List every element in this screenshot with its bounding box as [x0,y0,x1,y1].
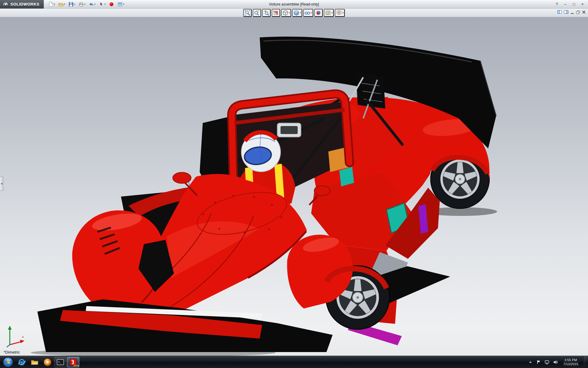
document-window-controls [557,10,586,14]
minimize-button[interactable]: – [561,1,570,7]
system-tray: 3:55 PM 7/13/2015 [528,356,588,368]
dropdown-caret-icon: ▾ [74,3,75,6]
print-icon [78,2,84,7]
appearance-sphere-icon [315,10,322,16]
windows-start-icon [2,357,13,368]
collapse-arrow-icon: ◀ [1,182,2,185]
clock-time: 3:55 PM [563,358,578,362]
action-center-button[interactable] [536,359,541,365]
show-desktop-button[interactable] [583,356,587,368]
taskbar-solidworks-2015[interactable]: 2015 [67,357,79,367]
network-status-button[interactable] [544,359,550,365]
taskbar-command-prompt[interactable]: >_ [54,357,66,367]
orientation-triad: x [4,324,27,348]
window-title: Voiture assemblee [Read-only] [269,2,319,6]
dropdown-caret-icon: ▾ [64,3,65,6]
taskbar-internet-explorer[interactable]: e [16,357,28,367]
design-table-icon [117,2,123,7]
save-icon [68,2,74,7]
section-view-button[interactable] [272,9,280,17]
svg-text:e: e [21,360,23,364]
svg-text:>_: >_ [58,361,61,364]
dropdown-caret-icon: ▾ [54,3,55,6]
dropdown-caret-icon: ▾ [289,12,290,14]
pane-right-icon [564,10,569,14]
command-prompt-icon: >_ [56,358,65,366]
print-button[interactable]: ▾ [77,1,87,8]
previous-view-icon [263,10,270,16]
dropdown-caret-icon: ▾ [123,3,124,6]
apply-scene-icon [325,10,331,16]
graphics-viewport[interactable]: x *Dimetric ◀ [0,17,588,356]
select-button[interactable]: ▾ [97,1,107,8]
edit-appearance-button[interactable] [314,9,323,17]
dropdown-caret-icon: ▾ [84,3,85,6]
panel-collapse-tab[interactable]: ◀ [0,177,3,191]
zoom-to-fit-button[interactable] [243,9,252,17]
save-button[interactable]: ▾ [67,1,77,8]
network-icon [545,360,549,365]
pane-left-icon [557,10,562,14]
undo-icon [89,2,94,7]
driver-helmet[interactable] [241,132,281,172]
folder-icon [30,358,39,366]
chevron-up-icon [528,360,533,364]
taskbar-clock[interactable]: 3:55 PM 7/13/2015 [561,358,581,366]
dassault-swirl-icon [2,1,9,7]
brand-text: SOLIDWORKS [10,2,40,6]
dropdown-caret-icon: ▾ [94,3,96,6]
help-button[interactable]: ? [552,1,561,7]
view-orientation-cube-icon [282,10,288,16]
zoom-to-fit-icon [244,10,251,16]
main-toolbar: ▾ ▾ ▾ ▾ ▾ ▾ ▾ [47,1,126,8]
previous-view-button[interactable] [262,9,271,17]
undo-button[interactable]: ▾ [87,1,97,8]
doc-minimize-button[interactable] [570,10,575,14]
clock-date: 7/13/2015 [563,362,578,366]
edit-color-button[interactable] [107,1,115,8]
volume-button[interactable] [552,359,558,365]
view-toolbar-strip: ▾ ▾ ▾ ▾ ▾ [0,9,588,17]
apply-scene-button[interactable]: ▾ [324,9,334,17]
dropdown-caret-icon: ▾ [104,3,106,6]
taskbar-media-player[interactable] [41,357,54,367]
doc-restore-icon [576,10,580,14]
internet-explorer-icon: e [17,358,26,366]
open-folder-icon [58,2,64,7]
design-table-button[interactable]: ▾ [116,1,126,8]
display-style-cube-icon [293,10,300,16]
zoom-to-area-button[interactable] [253,9,261,17]
triad-x-label: x [22,335,24,339]
view-orientation-button[interactable]: ▾ [281,9,291,17]
pane-left-button[interactable] [557,10,562,14]
view-settings-icon [336,10,342,16]
doc-close-icon [582,10,586,14]
hide-show-items-button[interactable]: ▾ [303,9,313,17]
hidden-icons-button[interactable] [528,359,533,365]
eyeglasses-icon [304,10,311,16]
doc-restore-button[interactable] [576,10,580,14]
open-button[interactable]: ▾ [57,1,66,8]
taskbar-windows-explorer[interactable] [28,357,41,367]
close-button[interactable]: × [578,1,587,7]
center-mirror[interactable] [277,123,301,137]
taskbar: e >_ 2015 [0,356,588,368]
car-model-render[interactable] [0,17,588,356]
doc-close-button[interactable] [582,10,586,14]
solidworks-version-badge: 2015 [73,364,79,367]
new-document-icon [48,2,54,7]
display-style-button[interactable]: ▾ [292,9,302,17]
title-bar: SOLIDWORKS ▾ ▾ ▾ ▾ ▾ ▾ [0,0,588,9]
dropdown-caret-icon: ▾ [342,12,344,14]
window-controls: ? – □ × [552,1,588,7]
dropdown-caret-icon: ▾ [331,12,333,14]
maximize-button[interactable]: □ [570,1,578,7]
color-sphere-icon [109,2,114,7]
select-cursor-icon [99,2,104,7]
new-document-button[interactable]: ▾ [47,1,56,8]
view-settings-button[interactable]: ▾ [335,9,345,17]
pane-right-button[interactable] [564,10,569,14]
start-button[interactable] [2,357,13,368]
solidworks-logo: SOLIDWORKS [0,0,44,9]
flag-icon [536,360,541,365]
